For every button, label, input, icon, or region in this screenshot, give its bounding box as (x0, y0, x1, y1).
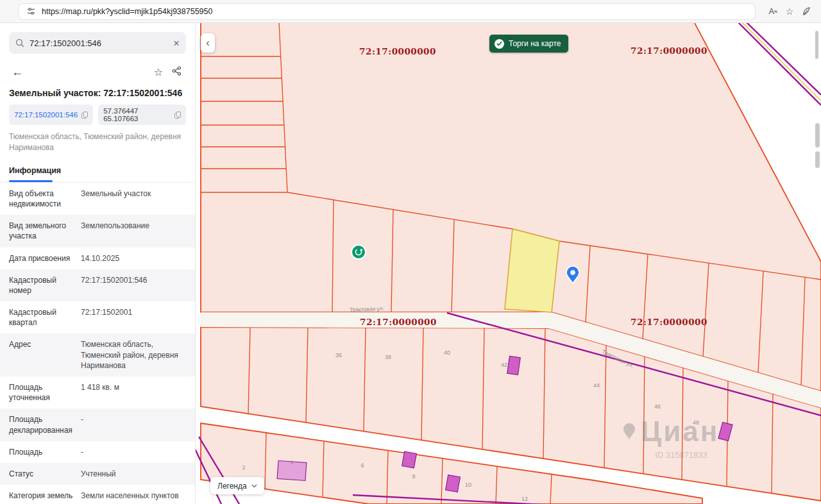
clear-search-icon[interactable]: × (173, 38, 180, 49)
share-icon[interactable] (167, 63, 186, 81)
parcel-number: 2 (242, 464, 245, 471)
parcel-number: 46 (654, 403, 661, 410)
building (507, 356, 521, 374)
building (446, 475, 461, 492)
parcel-number: 8 (412, 473, 415, 480)
torgi-map-button[interactable]: Торги на карте (489, 35, 568, 53)
browser-extension-icon[interactable] (798, 3, 815, 20)
parcel-number: 42 (501, 362, 507, 368)
table-row: Вид объекта недвижимостиЗемельный участо… (0, 183, 195, 215)
parcel-number: 12 (521, 496, 528, 502)
quarter-label: 72:17:0000000 (359, 46, 436, 56)
table-row: Кадастровый номер72:17:1502001:546 (0, 269, 195, 301)
tab-information[interactable]: Информация (9, 166, 61, 180)
table-row: Дата присвоения14.10.2025 (0, 248, 195, 269)
table-row: Кадастровый квартал72:17:1502001 (0, 301, 195, 333)
map-canvas[interactable]: 72:17:0000000 72:17:0000000 72:17:000000… (196, 23, 821, 504)
boundary-line-yellow (741, 23, 821, 101)
favorites-star-icon[interactable]: ☆ (781, 3, 798, 20)
parcel-number: 44 (593, 382, 600, 389)
table-row: Категория земельЗемли населенных пунктов (0, 485, 195, 504)
table-row: АдресТюменская область, Тюменский район,… (0, 333, 195, 376)
torgi-map-button-label: Торги на карте (509, 39, 561, 48)
object-attributes-table: Вид объекта недвижимостиЗемельный участо… (0, 183, 195, 504)
back-button[interactable]: ← (8, 63, 27, 81)
search-input[interactable] (30, 38, 168, 48)
browser-toolbar: https://map.ru/pkk?ysclid=mjik1p54kj9387… (0, 0, 821, 23)
parcel-number: 40 (444, 349, 450, 356)
coordinates-chip[interactable]: 57.376447 65.107663 (98, 105, 186, 125)
parcel-number: 10 (465, 482, 471, 488)
search-box[interactable]: × (9, 32, 186, 54)
quarter-label: 72:17:0000000 (360, 317, 437, 327)
parcel-number: 4 (290, 459, 293, 466)
copy-icon[interactable] (174, 112, 181, 119)
check-icon (495, 39, 504, 49)
table-row: Площадь- (0, 441, 195, 463)
scrollbar-thumb[interactable] (815, 123, 820, 147)
highlighted-parcel[interactable] (505, 229, 559, 312)
chevron-down-icon (251, 484, 257, 488)
favorite-object-icon[interactable]: ☆ (149, 63, 167, 81)
table-row: Площадь уточненная1 418 кв. м (0, 376, 195, 408)
address-bar[interactable]: https://map.ru/pkk?ysclid=mjik1p54kj9387… (18, 3, 756, 20)
table-row: Вид земельного участкаЗемлепользование (0, 215, 195, 247)
quarter-label: 72:17:0000000 (631, 46, 707, 56)
street-label: Трактовая ул. (350, 305, 384, 313)
table-row: Площадь декларированная- (0, 408, 195, 441)
watermark-brand: Циан (641, 416, 719, 447)
object-actions-row: ← ☆ (0, 59, 195, 84)
search-icon (15, 38, 24, 47)
info-sidebar: × ← ☆ Земельный участок: 72:17:1502001:5… (0, 23, 196, 504)
parcel-number: 38 (385, 354, 391, 360)
cadastral-map[interactable]: 72:17:0000000 72:17:0000000 72:17:000000… (196, 23, 821, 504)
building (402, 451, 417, 468)
collapse-sidebar-button[interactable]: ‹ (201, 33, 215, 53)
copy-icon[interactable] (81, 112, 88, 119)
legend-button[interactable]: Легенда (210, 477, 264, 494)
parcel-number: 6 (360, 462, 364, 469)
site-info-icon[interactable] (25, 6, 37, 17)
object-title: Земельный участок: 72:17:1502001:546 (0, 84, 195, 103)
scrollbar-thumb[interactable] (815, 31, 818, 59)
url-text[interactable]: https://map.ru/pkk?ysclid=mjik1p54kj9387… (42, 7, 212, 16)
read-aloud-icon[interactable]: Aɴ (765, 3, 781, 20)
legend-button-label: Легенда (217, 482, 247, 491)
object-location: Тюменская область, Тюменский район, дере… (0, 130, 195, 159)
parcel-number: 36 (335, 352, 342, 358)
table-row: СтатусУчтенный (0, 463, 195, 485)
cadastral-number-chip[interactable]: 72:17:1502001:546 (9, 105, 93, 125)
watermark-id: ID 315871833 (655, 450, 707, 460)
quarter-label: 72:17:0000000 (631, 317, 707, 327)
auction-marker-icon[interactable] (351, 245, 366, 259)
scrollbar-thumb[interactable] (815, 151, 820, 168)
